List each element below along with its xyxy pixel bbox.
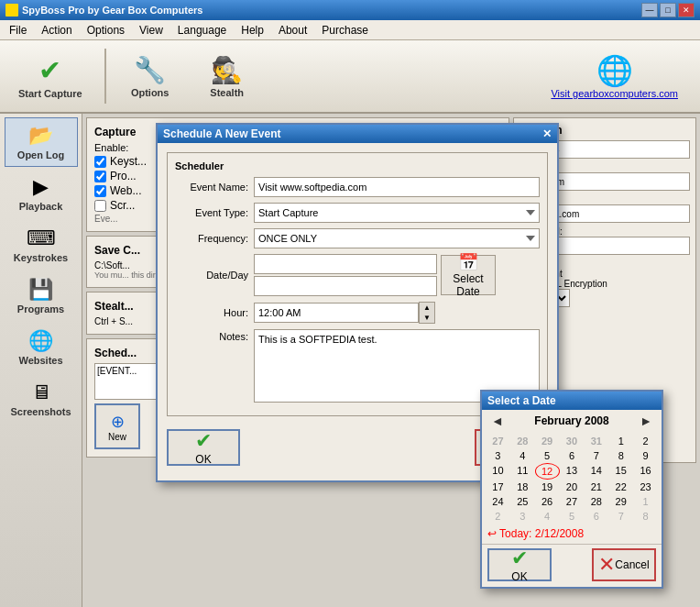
port-input[interactable] [546,140,690,159]
menu-about[interactable]: About [271,22,314,39]
cal-hdr-29: 29 [535,434,560,448]
start-capture-button[interactable]: ✔ Start Capture [4,45,97,107]
title-bar: SpyBoss Pro by Gear Box Computers — □ ✕ [0,0,700,20]
scheduler-group: Scheduler Event Name: Event Type: Start … [167,152,548,416]
menu-bar: File Action Options View Language Help A… [0,20,700,40]
calendar-today-row: ↩ Today: 2/12/2008 [482,525,662,544]
cal-day-1-b[interactable]: 1 [633,494,658,509]
maximize-button[interactable]: □ [660,3,676,17]
screenshots-checkbox[interactable] [94,200,106,212]
open-log-label: Open Log [17,149,64,160]
close-button[interactable]: ✕ [678,3,695,17]
cal-day-6[interactable]: 6 [560,448,585,463]
screenshots-label: Screenshots [10,406,71,417]
cal-day-16[interactable]: 16 [633,463,658,480]
cal-day-29[interactable]: 29 [608,494,633,509]
stealth-button[interactable]: 🕵 Stealth [191,45,264,107]
cal-day-7[interactable]: 7 [584,448,608,463]
options-label: Options [131,87,170,98]
cal-day-1-a[interactable]: 1 [608,434,633,448]
select-date-button[interactable]: 📅 Select Date [441,255,496,295]
menu-file[interactable]: File [2,22,34,39]
calendar-week2: 10 11 12 13 14 15 16 [486,463,658,480]
cal-day-14[interactable]: 14 [584,463,608,480]
stealth-label: Stealth [210,87,244,98]
calendar-week1: 3 4 5 6 7 8 9 [486,448,658,463]
websites-checkbox[interactable] [94,185,106,197]
hour-down-button[interactable]: ▼ [420,313,434,323]
sidebar-item-programs[interactable]: 💾 Programs [5,271,78,321]
select-date-label: Select Date [443,272,493,298]
cal-day-17[interactable]: 17 [486,480,510,494]
sidebar-item-keystrokes[interactable]: ⌨ Keystrokes [5,220,78,270]
visit-website-button[interactable]: 🌐 Visit gearboxcomputers.com [532,48,696,105]
cal-day-25[interactable]: 25 [510,494,535,509]
hour-label: Hour: [175,307,248,318]
cal-day-28[interactable]: 28 [584,494,608,509]
programs-checkbox[interactable] [94,171,106,182]
options-button[interactable]: 🔧 Options [114,45,187,107]
cal-cancel-label: Cancel [615,558,649,571]
event-type-select[interactable]: Start Capture Stop Capture Send Email [254,203,540,223]
cal-day-8[interactable]: 8 [608,448,633,463]
calendar-header: ◄ February 2008 ► [482,410,662,432]
calendar-prev-button[interactable]: ◄ [487,414,508,428]
globe-icon: 🌐 [596,53,633,88]
cal-day-18[interactable]: 18 [510,480,535,494]
cal-day-9[interactable]: 9 [633,448,658,463]
cal-day-11[interactable]: 11 [510,463,535,480]
cal-day-22[interactable]: 22 [608,480,633,494]
calendar-cancel-button[interactable]: ✕ Cancel [592,548,656,581]
cal-day-21[interactable]: 21 [584,480,608,494]
sidebar-item-screenshots[interactable]: 🖥 Screenshots [5,374,78,424]
cal-day-2-a[interactable]: 2 [633,434,658,448]
cal-day-20[interactable]: 20 [560,480,585,494]
menu-action[interactable]: Action [34,22,79,39]
cal-day-26[interactable]: 26 [535,494,560,509]
ok-button[interactable]: ✔ OK [167,429,240,466]
cal-day-5[interactable]: 5 [535,448,560,463]
notes-label: Notes: [175,329,248,342]
date-input-2[interactable] [254,276,437,296]
sidebar-item-open-log[interactable]: 📂 Open Log [5,117,78,167]
cal-day-12-today[interactable]: 12 [535,463,560,480]
hour-up-button[interactable]: ▲ [420,303,434,313]
cal-day-3[interactable]: 3 [486,448,510,463]
event-name-input[interactable] [254,177,540,197]
stealth-icon: 🕵 [211,55,243,85]
cal-day-23[interactable]: 23 [633,480,658,494]
menu-language[interactable]: Language [170,22,234,39]
calendar-ok-button[interactable]: ✔ OK [487,548,552,581]
cal-day-19[interactable]: 19 [535,480,560,494]
minimize-button[interactable]: — [641,3,658,17]
date-day-label: Date/Day [175,270,248,281]
cal-day-15[interactable]: 15 [608,463,633,480]
cal-day-24[interactable]: 24 [486,494,510,509]
hour-spinner: ▲ ▼ [419,302,435,324]
toolbar-divider-1 [104,49,106,104]
calendar-next-button[interactable]: ► [636,414,656,428]
cal-day-13[interactable]: 13 [560,463,585,480]
hour-input[interactable] [254,303,419,323]
new-button[interactable]: ⊕ New [94,403,140,449]
cal-day-4[interactable]: 4 [510,448,535,463]
cal-day-10[interactable]: 10 [486,463,510,480]
main-area: 📂 Open Log ▶ Playback ⌨ Keystrokes 💾 Pro… [0,114,700,607]
ok-checkmark-icon: ✔ [195,429,212,453]
cal-day-27[interactable]: 27 [560,494,585,509]
keystroke-checkbox[interactable] [94,156,106,168]
menu-purchase[interactable]: Purchase [314,22,376,39]
schedule-dialog-close[interactable]: ✕ [542,127,552,140]
websites-icon: 🌐 [28,329,53,353]
calendar-today-text: ↩ Today: 2/12/2008 [487,528,584,539]
menu-help[interactable]: Help [234,22,271,39]
calendar-dialog: Select a Date ◄ February 2008 ► 27 28 29… [480,390,663,589]
sidebar-item-playback[interactable]: ▶ Playback [5,169,78,218]
date-input[interactable] [254,254,437,274]
frequency-row: Frequency: ONCE ONLY Daily Weekly Monthl… [175,228,540,248]
frequency-select[interactable]: ONCE ONLY Daily Weekly Monthly [254,228,540,248]
calendar-icon: 📅 [458,252,478,272]
menu-options[interactable]: Options [80,22,132,39]
menu-view[interactable]: View [132,22,170,39]
sidebar-item-websites[interactable]: 🌐 Websites [5,323,78,372]
